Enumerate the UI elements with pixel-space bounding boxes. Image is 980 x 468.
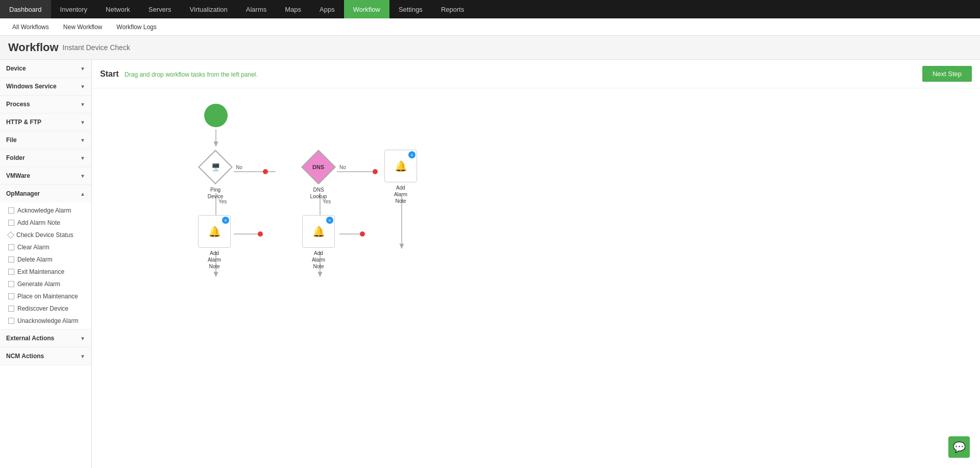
nav-inventory[interactable]: Inventory xyxy=(51,0,96,18)
sidebar-device-header[interactable]: Device ▼ xyxy=(0,60,91,77)
start-circle[interactable] xyxy=(204,104,228,127)
alarm-note-icon: 🔔 xyxy=(208,225,221,238)
sidebar-section-http-ftp: HTTP & FTP ▼ xyxy=(0,113,91,131)
checkbox-icon xyxy=(8,293,14,299)
workflow-svg: No No Yes Yes xyxy=(92,88,980,468)
sidebar-section-file: File ▼ xyxy=(0,131,91,149)
nav-alarms[interactable]: Alarms xyxy=(237,0,276,18)
sidebar-section-opmanager: OpManager ▲ Acknowledge Alarm Add Alarm … xyxy=(0,185,91,330)
chevron-down-icon: ▼ xyxy=(80,354,85,359)
add-alarm-note-3-label: AddAlarmNote xyxy=(312,250,325,270)
sidebar-external-actions-header[interactable]: External Actions ▼ xyxy=(0,330,91,347)
sidebar-file-header[interactable]: File ▼ xyxy=(0,131,91,149)
page-subtitle: Instant Device Check xyxy=(63,43,130,52)
subnav-all-workflows[interactable]: All Workflows xyxy=(5,18,56,35)
sidebar-folder-header[interactable]: Folder ▼ xyxy=(0,149,91,167)
nav-maps[interactable]: Maps xyxy=(276,0,310,18)
workflow-ping-device-node[interactable]: 🖥️ PingDevice xyxy=(198,150,233,200)
nav-reports[interactable]: Reports xyxy=(432,0,474,18)
plus-badge: + xyxy=(408,151,415,158)
plus-badge: + xyxy=(326,217,333,224)
sidebar-vmware-header[interactable]: VMWare ▼ xyxy=(0,167,91,184)
sidebar-item-acknowledge-alarm[interactable]: Acknowledge Alarm xyxy=(0,204,91,217)
workflow-canvas: No No Yes Yes xyxy=(92,88,980,468)
checkbox-icon xyxy=(8,269,14,275)
workflow-add-alarm-note-3[interactable]: + 🔔 AddAlarmNote xyxy=(302,215,335,270)
workflow-dns-lookup-node[interactable]: DNS DNSLookup xyxy=(301,150,336,200)
workflow-start-node xyxy=(204,104,228,127)
checkbox-icon xyxy=(8,207,14,214)
sidebar-item-rediscover-device[interactable]: Rediscover Device xyxy=(0,302,91,315)
nav-dashboard[interactable]: Dashboard xyxy=(0,0,51,18)
sidebar-item-clear-alarm[interactable]: Clear Alarm xyxy=(0,241,91,253)
sidebar-section-external-actions: External Actions ▼ xyxy=(0,330,91,347)
add-alarm-note-2-label: AddAlarmNote xyxy=(208,250,221,270)
chevron-up-icon: ▲ xyxy=(80,191,85,197)
sidebar-windows-service-header[interactable]: Windows Service ▼ xyxy=(0,78,91,95)
subnav-workflow-logs[interactable]: Workflow Logs xyxy=(109,18,163,35)
svg-point-16 xyxy=(258,231,263,237)
sidebar-section-vmware: VMWare ▼ xyxy=(0,167,91,185)
checkbox-icon xyxy=(8,306,14,312)
chat-button[interactable]: 💬 xyxy=(948,436,970,458)
add-alarm-note-1-label: AddAlarmNote xyxy=(394,184,407,204)
chevron-down-icon: ▼ xyxy=(80,173,85,179)
svg-text:No: No xyxy=(339,165,346,170)
sub-nav: All Workflows New Workflow Workflow Logs xyxy=(0,18,980,36)
sidebar-item-add-alarm-note[interactable]: Add Alarm Note xyxy=(0,217,91,229)
nav-virtualization[interactable]: Virtualization xyxy=(181,0,237,18)
svg-text:No: No xyxy=(236,165,242,170)
top-nav: Dashboard Inventory Network Servers Virt… xyxy=(0,0,980,18)
checkbox-icon xyxy=(8,281,14,287)
alarm-note-icon: 🔔 xyxy=(395,160,407,172)
sidebar-http-ftp-header[interactable]: HTTP & FTP ▼ xyxy=(0,113,91,131)
sidebar-section-ncm-actions: NCM Actions ▼ xyxy=(0,347,91,365)
checkbox-icon xyxy=(8,318,14,324)
plus-badge: + xyxy=(222,217,229,224)
sidebar-ncm-actions-header[interactable]: NCM Actions ▼ xyxy=(0,347,91,365)
sidebar-section-device: Device ▼ xyxy=(0,60,91,78)
subnav-new-workflow[interactable]: New Workflow xyxy=(56,18,109,35)
sidebar-section-windows-service: Windows Service ▼ xyxy=(0,78,91,96)
page-title: Workflow xyxy=(8,41,59,54)
nav-workflow[interactable]: Workflow xyxy=(344,0,389,18)
chevron-down-icon: ▼ xyxy=(80,155,85,161)
ping-device-label: PingDevice xyxy=(208,186,224,200)
dns-lookup-label: DNSLookup xyxy=(310,186,327,200)
chevron-down-icon: ▼ xyxy=(80,120,85,125)
sidebar-opmanager-header[interactable]: OpManager ▲ xyxy=(0,185,91,202)
page-header: Workflow Instant Device Check xyxy=(0,36,980,60)
opmanager-items: Acknowledge Alarm Add Alarm Note Check D… xyxy=(0,202,91,329)
chat-icon: 💬 xyxy=(953,441,966,453)
chevron-down-icon: ▼ xyxy=(80,137,85,143)
nav-servers[interactable]: Servers xyxy=(139,0,181,18)
sidebar-item-delete-alarm[interactable]: Delete Alarm xyxy=(0,253,91,266)
next-step-button[interactable]: Next Step xyxy=(922,66,972,82)
sidebar-item-exit-maintenance[interactable]: Exit Maintenance xyxy=(0,266,91,278)
alarm-note-icon: 🔔 xyxy=(312,225,325,238)
svg-point-17 xyxy=(360,231,365,237)
start-label: Start xyxy=(100,69,118,78)
sidebar-item-unacknowledge-alarm[interactable]: Unacknowledge Alarm xyxy=(0,315,91,327)
nav-settings[interactable]: Settings xyxy=(389,0,432,18)
checkbox-icon xyxy=(8,244,14,250)
chevron-down-icon: ▼ xyxy=(80,336,85,341)
sidebar-item-place-on-maintenance[interactable]: Place on Maintenance xyxy=(0,290,91,302)
chevron-down-icon: ▼ xyxy=(80,66,85,72)
sidebar-item-generate-alarm[interactable]: Generate Alarm xyxy=(0,278,91,290)
sidebar-process-header[interactable]: Process ▼ xyxy=(0,96,91,113)
workflow-add-alarm-note-1[interactable]: + 🔔 AddAlarmNote xyxy=(384,150,417,204)
canvas-hint: Drag and drop workflow tasks from the le… xyxy=(125,71,258,78)
sidebar-section-process: Process ▼ xyxy=(0,96,91,113)
canvas-header: Start Drag and drop workflow tasks from … xyxy=(92,60,980,88)
checkbox-icon xyxy=(8,220,14,226)
svg-point-15 xyxy=(373,169,378,174)
nav-network[interactable]: Network xyxy=(96,0,139,18)
svg-point-14 xyxy=(263,169,268,174)
chevron-down-icon: ▼ xyxy=(80,84,85,89)
sidebar: Device ▼ Windows Service ▼ Process ▼ HTT… xyxy=(0,60,92,468)
sidebar-item-check-device-status[interactable]: Check Device Status xyxy=(0,229,91,241)
main-layout: Device ▼ Windows Service ▼ Process ▼ HTT… xyxy=(0,60,980,468)
workflow-add-alarm-note-2[interactable]: + 🔔 AddAlarmNote xyxy=(198,215,231,270)
nav-apps[interactable]: Apps xyxy=(310,0,344,18)
